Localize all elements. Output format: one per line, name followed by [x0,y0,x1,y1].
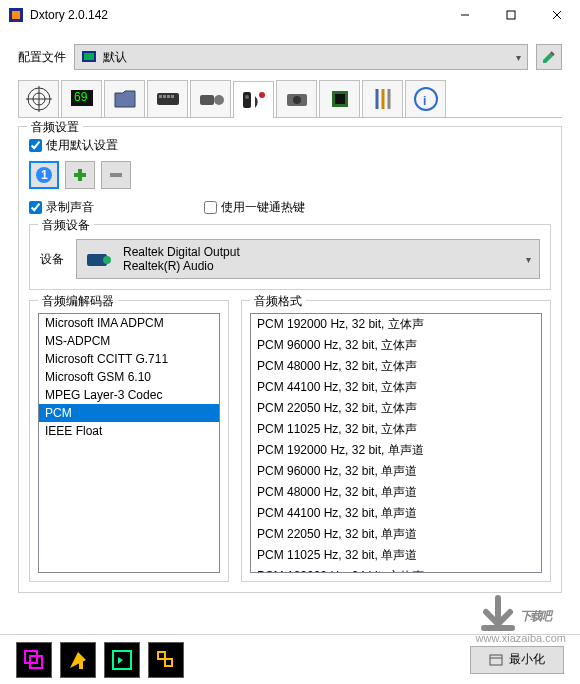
profile-label: 配置文件 [18,49,66,66]
svg-point-23 [259,92,265,98]
device-select[interactable]: Realtek Digital Output Realtek(R) Audio … [76,239,540,279]
chevron-down-icon: ▾ [526,254,531,265]
tab-screenshot[interactable] [276,80,317,117]
svg-rect-16 [163,95,166,98]
svg-rect-7 [84,53,94,60]
svg-rect-42 [79,661,83,669]
svg-point-39 [103,256,111,264]
list-item[interactable]: Microsoft IMA ADPCM [39,314,219,332]
device-label: 设备 [40,251,64,268]
remove-stream-button[interactable] [101,161,131,189]
minimize-panel-button[interactable]: 最小化 [470,646,564,674]
device-line1: Realtek Digital Output [123,245,240,259]
tab-hotkey[interactable] [147,80,188,117]
bottom-button-3[interactable] [104,642,140,678]
tab-processor[interactable] [319,80,360,117]
minimize-button[interactable] [442,0,488,30]
maximize-button[interactable] [488,0,534,30]
tab-audio[interactable] [233,81,274,118]
codec-listbox[interactable]: Microsoft IMA ADPCMMS-ADPCMMicrosoft CCI… [38,313,220,573]
tab-overlay[interactable]: 69 [61,80,102,117]
svg-point-20 [214,95,224,105]
codec-legend: 音频编解码器 [38,293,118,310]
list-item[interactable]: PCM 22050 Hz, 32 bit, 立体声 [251,398,541,419]
list-item[interactable]: PCM 11025 Hz, 32 bit, 立体声 [251,419,541,440]
profile-select[interactable]: 默认 ▾ [74,44,528,70]
codec-group: 音频编解码器 Microsoft IMA ADPCMMS-ADPCMMicros… [29,300,229,582]
svg-text:i: i [423,94,426,108]
profile-selected: 默认 [103,49,127,66]
list-item[interactable]: IEEE Float [39,422,219,440]
list-item[interactable]: MS-ADPCM [39,332,219,350]
list-item[interactable]: Microsoft CCITT G.711 [39,350,219,368]
device-line2: Realtek(R) Audio [123,259,240,273]
list-item[interactable]: PCM 11025 Hz, 32 bit, 单声道 [251,545,541,566]
list-item[interactable]: PCM 22050 Hz, 32 bit, 单声道 [251,524,541,545]
add-stream-button[interactable] [65,161,95,189]
svg-rect-15 [159,95,162,98]
list-item[interactable]: PCM 192000 Hz, 32 bit, 单声道 [251,440,541,461]
list-item[interactable]: PCM 44100 Hz, 32 bit, 立体声 [251,377,541,398]
svg-rect-21 [243,92,251,108]
list-item[interactable]: PCM 192000 Hz, 32 bit, 立体声 [251,314,541,335]
audio-device-legend: 音频设备 [38,217,94,234]
svg-rect-18 [171,95,174,98]
svg-rect-17 [167,95,170,98]
svg-text:1: 1 [41,168,48,182]
close-button[interactable] [534,0,580,30]
format-listbox[interactable]: PCM 192000 Hz, 32 bit, 立体声PCM 96000 Hz, … [250,313,542,573]
window-title: Dxtory 2.0.142 [30,8,442,22]
list-item[interactable]: PCM [39,404,219,422]
list-item[interactable]: Microsoft GSM 6.10 [39,368,219,386]
audio-settings-legend: 音频设置 [27,119,83,136]
tab-video[interactable] [190,80,231,117]
chevron-down-icon: ▾ [516,52,521,63]
svg-point-25 [293,96,301,104]
audio-device-group: 音频设备 设备 Realtek Digital Output Realtek(R… [29,224,551,290]
minimize-panel-label: 最小化 [509,651,545,668]
svg-point-22 [245,95,249,99]
window-icon [489,654,503,666]
titlebar: Dxtory 2.0.142 [0,0,580,30]
tabstrip: 69 i [18,80,562,117]
edit-profile-button[interactable] [536,44,562,70]
list-item[interactable]: PCM 48000 Hz, 32 bit, 单声道 [251,482,541,503]
bottom-button-4[interactable] [148,642,184,678]
bottombar: 最小化 [0,634,580,684]
audio-settings-group: 音频设置 使用默认设置 1 录制声音 使用一键通热键 音频设备 设备 [18,126,562,593]
tab-target[interactable] [18,80,59,117]
list-item[interactable]: PCM 48000 Hz, 32 bit, 立体声 [251,356,541,377]
tab-folder[interactable] [104,80,145,117]
stream-1-button[interactable]: 1 [29,161,59,189]
svg-rect-27 [335,94,345,104]
svg-rect-19 [200,95,214,105]
svg-rect-14 [157,93,179,105]
list-item[interactable]: PCM 96000 Hz, 32 bit, 单声道 [251,461,541,482]
list-item[interactable]: PCM 96000 Hz, 32 bit, 立体声 [251,335,541,356]
format-legend: 音频格式 [250,293,306,310]
use-default-checkbox[interactable]: 使用默认设置 [29,137,118,154]
format-group: 音频格式 PCM 192000 Hz, 32 bit, 立体声PCM 96000… [241,300,551,582]
tab-advanced[interactable] [362,80,403,117]
tab-info[interactable]: i [405,80,446,117]
list-item[interactable]: PCM 44100 Hz, 32 bit, 单声道 [251,503,541,524]
record-sound-checkbox[interactable]: 录制声音 [29,199,94,216]
svg-rect-44 [490,655,502,665]
svg-rect-3 [507,11,515,19]
use-ptt-checkbox[interactable]: 使用一键通热键 [204,199,305,216]
svg-rect-1 [12,11,20,19]
bottom-button-1[interactable] [16,642,52,678]
app-icon [8,7,24,23]
list-item[interactable]: PCM 192000 Hz, 24 bit, 立体声 [251,566,541,573]
bottom-button-2[interactable] [60,642,96,678]
svg-text:69: 69 [74,90,88,104]
list-item[interactable]: MPEG Layer-3 Codec [39,386,219,404]
